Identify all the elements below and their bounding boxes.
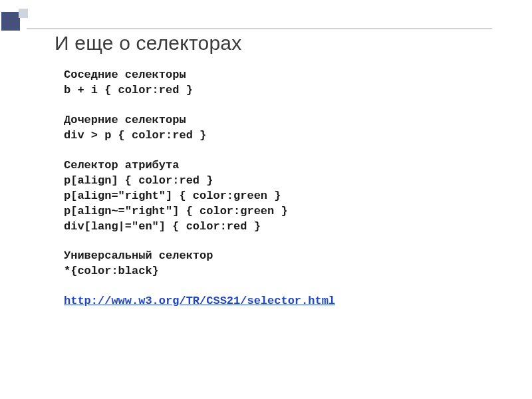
slide-title: И еще о селекторах bbox=[55, 32, 241, 55]
section-adjacent: Соседние селекторы b + i { color:red } bbox=[64, 68, 492, 98]
code-line: *{color:black} bbox=[64, 264, 492, 279]
slide-body: Соседние селекторы b + i { color:red } Д… bbox=[64, 68, 492, 309]
code-line: div > p { color:red } bbox=[64, 128, 492, 144]
section-universal: Универсальный селектор *{color:black} bbox=[64, 249, 492, 279]
code-line: div[lang|="en"] { color:red } bbox=[64, 219, 492, 235]
code-line: b + i { color:red } bbox=[64, 83, 492, 98]
section-attribute: Селектор атрибута p[align] { color:red }… bbox=[64, 158, 492, 235]
section-child: Дочерние селекторы div > p { color:red } bbox=[64, 113, 492, 144]
reference-link[interactable]: http://www.w3.org/TR/CSS21/selector.html bbox=[64, 295, 335, 307]
code-line: p[align="right"] { color:green } bbox=[64, 189, 492, 204]
section-heading: Соседние селекторы bbox=[64, 68, 492, 83]
square-large-icon bbox=[1, 12, 20, 31]
section-heading: Селектор атрибута bbox=[64, 158, 492, 174]
code-line: p[align] { color:red } bbox=[64, 174, 492, 189]
section-heading: Дочерние селекторы bbox=[64, 113, 492, 128]
code-line: p[align~="right"] { color:green } bbox=[64, 204, 492, 219]
reference-link-block: http://www.w3.org/TR/CSS21/selector.html bbox=[64, 294, 492, 309]
section-heading: Универсальный селектор bbox=[64, 249, 492, 264]
slide: И еще о селекторах Соседние селекторы b … bbox=[0, 0, 532, 399]
square-small-icon bbox=[19, 9, 28, 18]
header-rule bbox=[27, 28, 492, 29]
